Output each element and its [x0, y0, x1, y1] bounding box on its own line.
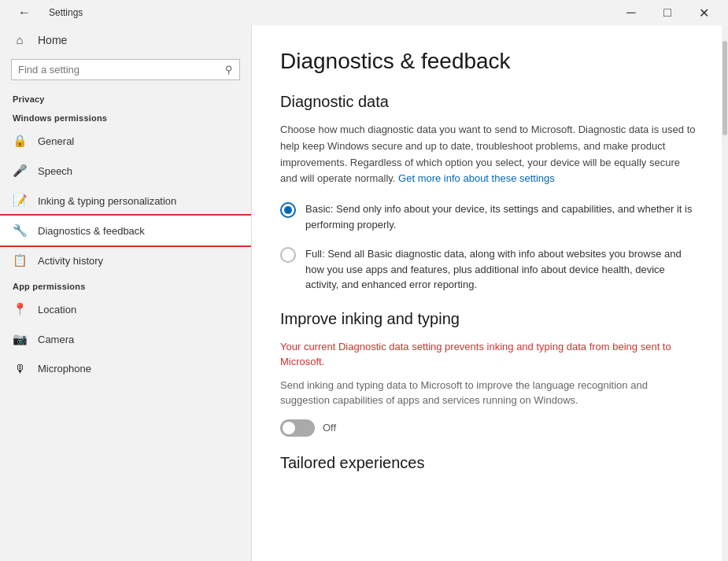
sidebar-item-camera[interactable]: 📷 Camera — [0, 324, 251, 354]
diagnostic-description: Choose how much diagnostic data you want… — [280, 122, 697, 187]
windows-permissions-label: Windows permissions — [0, 107, 251, 126]
camera-icon: 📷 — [13, 332, 27, 346]
main-wrapper: Diagnostics & feedback Diagnostic data C… — [252, 25, 728, 561]
sidebar: ⌂ Home ⚲ Privacy Windows permissions 🔒 G… — [0, 25, 252, 561]
radio-option-basic: Basic: Send only info about your device,… — [280, 201, 697, 232]
app-body: ⌂ Home ⚲ Privacy Windows permissions 🔒 G… — [0, 25, 728, 561]
radio-basic[interactable] — [280, 202, 296, 218]
sidebar-item-location-label: Location — [38, 304, 76, 316]
main-content: Diagnostics & feedback Diagnostic data C… — [252, 25, 728, 561]
sidebar-item-general[interactable]: 🔒 General — [0, 126, 251, 156]
sidebar-item-activity-label: Activity history — [38, 255, 103, 267]
sidebar-item-diagnostics[interactable]: 🔧 Diagnostics & feedback — [0, 216, 251, 245]
inking-icon: 📝 — [13, 194, 27, 208]
toggle-knob — [283, 422, 295, 434]
inking-toggle[interactable] — [280, 419, 315, 437]
microphone-icon: 🎙 — [13, 362, 27, 375]
close-button[interactable]: ✕ — [686, 0, 722, 25]
radio-full-label: Full: Send all Basic diagnostic data, al… — [305, 246, 697, 293]
inking-description: Send inking and typing data to Microsoft… — [280, 378, 697, 408]
sidebar-item-inking-label: Inking & typing personalization — [38, 195, 176, 207]
maximize-button[interactable]: □ — [649, 0, 686, 25]
sidebar-item-home[interactable]: ⌂ Home — [0, 25, 251, 54]
more-info-link[interactable]: Get more info about these settings — [398, 172, 555, 184]
back-button[interactable]: ← — [6, 0, 42, 25]
sidebar-item-general-label: General — [38, 135, 74, 147]
lock-icon: 🔒 — [13, 134, 27, 148]
scrollbar-thumb[interactable] — [722, 41, 727, 135]
radio-option-full: Full: Send all Basic diagnostic data, al… — [280, 246, 697, 293]
diagnostics-icon: 🔧 — [13, 223, 27, 238]
app-permissions-label: App permissions — [0, 275, 251, 294]
sidebar-search-box[interactable]: ⚲ — [11, 59, 240, 80]
titlebar-controls: ─ □ ✕ — [613, 0, 722, 25]
sidebar-item-camera-label: Camera — [38, 334, 74, 345]
inking-toggle-row: Off — [280, 419, 697, 437]
inking-section-title: Improve inking and typing — [280, 310, 697, 328]
diagnostic-data-title: Diagnostic data — [280, 93, 697, 111]
sidebar-item-diagnostics-label: Diagnostics & feedback — [38, 225, 145, 237]
sidebar-item-speech-label: Speech — [38, 165, 72, 177]
radio-group: Basic: Send only info about your device,… — [280, 201, 697, 293]
sidebar-item-location[interactable]: 📍 Location — [0, 294, 251, 324]
radio-basic-label: Basic: Send only info about your device,… — [305, 201, 697, 232]
home-icon: ⌂ — [13, 33, 27, 46]
scrollbar-track[interactable] — [722, 25, 728, 561]
radio-full[interactable] — [280, 247, 296, 263]
activity-icon: 📋 — [13, 253, 27, 268]
titlebar: ← Settings ─ □ ✕ — [0, 0, 728, 25]
sidebar-item-inking[interactable]: 📝 Inking & typing personalization — [0, 186, 251, 216]
page-title: Diagnostics & feedback — [280, 49, 697, 74]
sidebar-item-speech[interactable]: 🎤 Speech — [0, 156, 251, 186]
privacy-section-label: Privacy — [0, 88, 251, 107]
location-icon: 📍 — [13, 302, 27, 316]
sidebar-item-microphone-label: Microphone — [38, 363, 91, 375]
minimize-button[interactable]: ─ — [613, 0, 649, 25]
search-input[interactable] — [18, 64, 225, 76]
tailored-section-title: Tailored experiences — [280, 454, 697, 472]
titlebar-title: Settings — [49, 7, 83, 18]
inking-warning: Your current Diagnostic data setting pre… — [280, 339, 697, 370]
titlebar-left: ← Settings — [6, 0, 83, 25]
search-icon: ⚲ — [225, 64, 233, 76]
sidebar-item-microphone[interactable]: 🎙 Microphone — [0, 354, 251, 383]
home-label: Home — [38, 34, 67, 46]
toggle-off-label: Off — [323, 422, 336, 434]
speech-icon: 🎤 — [13, 164, 27, 178]
sidebar-item-activity[interactable]: 📋 Activity history — [0, 245, 251, 275]
